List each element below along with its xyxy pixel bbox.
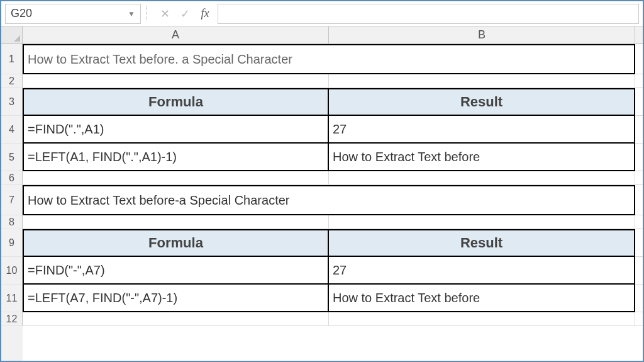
select-all-corner[interactable] [1,26,23,44]
row [23,74,643,88]
cell-empty[interactable] [635,74,643,88]
cell-empty[interactable] [635,312,643,326]
cell-empty[interactable] [23,74,329,88]
cell-empty[interactable] [635,116,643,144]
fx-icon[interactable]: fx [196,5,214,23]
cell-result[interactable]: How to Extract Text before [329,285,635,312]
cell-formula[interactable]: =LEFT(A1, FIND(".",A1)-1) [23,144,329,171]
formula-input[interactable] [218,4,639,24]
cell-empty[interactable] [635,257,643,285]
row: =LEFT(A7, FIND("-",A7)-1) How to Extract… [23,285,643,312]
cell-empty[interactable] [23,171,329,185]
row-header[interactable]: 4 [1,116,23,144]
cell-empty[interactable] [635,215,643,229]
column-header-row: A B [23,26,643,44]
cell-empty[interactable] [635,144,643,171]
row: =FIND("-",A7) 27 [23,257,643,285]
column-header[interactable] [635,26,643,44]
row: How to Extract Text before-a Special Cha… [23,185,643,215]
row-header[interactable]: 12 [1,312,23,326]
row-header[interactable]: 1 [1,44,23,74]
cell-empty[interactable] [329,312,635,326]
cell-empty[interactable] [329,171,635,185]
cell-header-formula[interactable]: Formula [23,229,329,257]
cell-formula[interactable]: =LEFT(A7, FIND("-",A7)-1) [23,285,329,312]
row-header[interactable]: 6 [1,171,23,185]
cell-merged-title[interactable]: How to Extract Text before. a Special Ch… [23,44,635,74]
row [23,215,643,229]
row [23,171,643,185]
column-header[interactable]: A [23,26,329,44]
cell-result[interactable]: How to Extract Text before [329,144,635,171]
cell-empty[interactable] [635,229,643,257]
separator [146,6,151,21]
cancel-icon[interactable]: ✕ [156,5,174,23]
name-box[interactable]: G20 ▼ [5,4,141,24]
cell-empty[interactable] [23,215,329,229]
cell-empty[interactable] [635,44,643,74]
cell-empty[interactable] [329,74,635,88]
row-header[interactable]: 7 [1,185,23,215]
row: =LEFT(A1, FIND(".",A1)-1) How to Extract… [23,144,643,171]
cell-result[interactable]: 27 [329,257,635,285]
row-header[interactable]: 3 [1,88,23,116]
cell-formula[interactable]: =FIND("-",A7) [23,257,329,285]
chevron-down-icon[interactable]: ▼ [128,9,135,18]
row: How to Extract Text before. a Special Ch… [23,44,643,74]
row-header[interactable]: 9 [1,229,23,257]
row: =FIND(".",A1) 27 [23,116,643,144]
row: Formula Result [23,88,643,116]
cell-header-formula[interactable]: Formula [23,88,329,116]
cell-empty[interactable] [329,215,635,229]
row-header-column: 1 2 3 4 5 6 7 8 9 10 11 12 [1,26,23,361]
cells-area: A B How to Extract Text before. a Specia… [23,26,643,361]
cell-empty[interactable] [23,312,329,326]
row-header[interactable]: 11 [1,285,23,312]
row-header[interactable]: 2 [1,74,23,88]
cell-header-result[interactable]: Result [329,229,635,257]
cell-result[interactable]: 27 [329,116,635,144]
cell-reference: G20 [11,7,32,20]
cell-formula[interactable]: =FIND(".",A1) [23,116,329,144]
row-header[interactable]: 8 [1,215,23,229]
row [23,312,643,326]
row-header[interactable]: 10 [1,257,23,285]
row: Formula Result [23,229,643,257]
confirm-icon[interactable]: ✓ [176,5,194,23]
cell-empty[interactable] [635,285,643,312]
cell-empty[interactable] [635,171,643,185]
cell-empty[interactable] [635,185,643,215]
cell-header-result[interactable]: Result [329,88,635,116]
cell-empty[interactable] [635,88,643,116]
spreadsheet-grid: 1 2 3 4 5 6 7 8 9 10 11 12 A B How to Ex… [1,26,643,361]
column-header[interactable]: B [329,26,635,44]
cell-merged-title[interactable]: How to Extract Text before-a Special Cha… [23,185,635,215]
row-header[interactable]: 5 [1,144,23,171]
formula-bar: G20 ▼ ✕ ✓ fx [1,1,643,26]
